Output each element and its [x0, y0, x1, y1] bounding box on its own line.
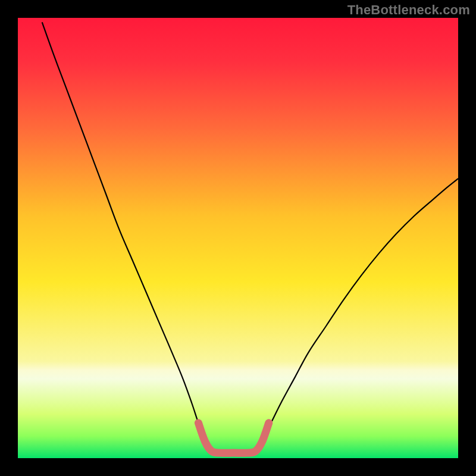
plot-svg — [18, 18, 458, 458]
plot-area — [18, 18, 458, 458]
watermark-text: TheBottleneck.com — [347, 2, 470, 18]
chart-frame: TheBottleneck.com — [0, 0, 476, 476]
